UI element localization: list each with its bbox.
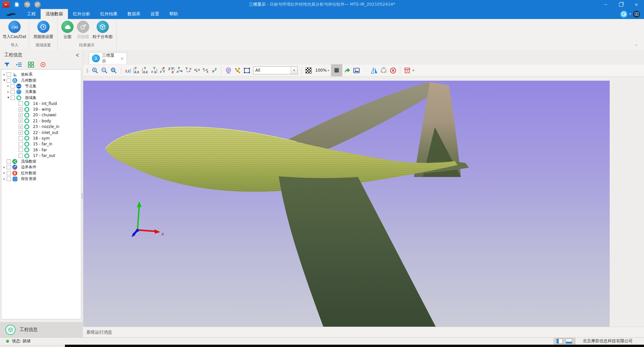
- minimize-button[interactable]: ─: [598, 0, 613, 9]
- tree-item-surface[interactable]: 18 - sym: [1, 135, 81, 141]
- ring-nodes-icon[interactable]: [379, 65, 388, 75]
- view-top-icon[interactable]: XzY: [158, 65, 167, 75]
- locate-target-icon[interactable]: [39, 61, 47, 68]
- expand-arrow-icon[interactable]: ▼: [2, 79, 7, 82]
- tab-close-icon[interactable]: ×: [120, 56, 124, 61]
- zoom-level-dropdown[interactable]: 100% ▾: [313, 68, 331, 73]
- expand-arrow-icon[interactable]: ▼: [6, 96, 11, 99]
- redo-icon[interactable]: [34, 1, 41, 8]
- expand-arrow-icon[interactable]: ▶: [2, 172, 7, 174]
- tree-item-surface[interactable]: ✓ 20 - chuiwei: [1, 112, 81, 118]
- archive-caret-icon[interactable]: ▾: [413, 69, 414, 72]
- app-launcher-icon[interactable]: [3, 1, 10, 8]
- checkbox[interactable]: [7, 171, 11, 175]
- checkbox[interactable]: [7, 78, 11, 83]
- tree-item-face-zone-set[interactable]: ▼ 面域集: [1, 95, 81, 101]
- toolbar-drag-handle[interactable]: ||: [86, 68, 88, 73]
- collapse-list-icon[interactable]: [15, 61, 23, 68]
- checkbox[interactable]: [19, 101, 23, 106]
- import-cas-dat-button[interactable]: cas 导入Cas/Dat: [2, 21, 27, 40]
- checkbox[interactable]: ✓: [19, 125, 23, 129]
- expand-arrow-icon[interactable]: ▶: [2, 73, 7, 76]
- checkbox[interactable]: [11, 96, 15, 100]
- toggle-bottom-panel-icon[interactable]: [566, 339, 572, 344]
- periodic-face-button[interactable]: 周期面设置: [32, 21, 54, 40]
- tree-item-boundary-conditions[interactable]: ▶ 边界条件: [1, 164, 81, 170]
- tree-item-surface[interactable]: ✓ 23 - nozzle_in: [1, 124, 81, 130]
- close-button[interactable]: ×: [629, 0, 644, 9]
- view-front-icon[interactable]: xz: [124, 65, 132, 75]
- particle-distribution-button[interactable]: 粒子分布图: [92, 21, 114, 40]
- view-right-icon[interactable]: Yzx: [150, 65, 158, 75]
- help-manual-button[interactable]: [633, 11, 640, 18]
- checkbox[interactable]: ✓: [19, 119, 23, 123]
- filter-icon[interactable]: [3, 61, 11, 68]
- tree-item-surface[interactable]: ✓ 19 - wing: [1, 106, 81, 112]
- checkbox[interactable]: [19, 148, 23, 152]
- grid-blocks-icon[interactable]: [27, 61, 35, 68]
- zoom-fit-button[interactable]: [109, 65, 119, 75]
- panel-collapse-button[interactable]: <: [76, 52, 79, 58]
- checkbox[interactable]: [19, 136, 23, 140]
- probe-camera-icon[interactable]: [224, 65, 233, 75]
- select-box-icon[interactable]: [242, 65, 252, 75]
- undo-icon[interactable]: [24, 1, 30, 8]
- tree-item-surface[interactable]: 14 - int_fluid: [1, 101, 81, 106]
- rotate-z-icon[interactable]: zx: [193, 65, 201, 75]
- tree-item-coordinate-system[interactable]: ▶ 坐标系: [1, 72, 81, 77]
- tree-item-surface[interactable]: 15 - far_in: [1, 141, 81, 147]
- snapshot-image-icon[interactable]: [352, 65, 361, 75]
- tree-item-surface[interactable]: ✓ 22 - inlet_out: [1, 130, 81, 135]
- expand-arrow-icon[interactable]: ▶: [6, 91, 11, 93]
- toggle-left-panel-icon[interactable]: [556, 339, 563, 344]
- zoom-out-button[interactable]: [100, 65, 109, 75]
- checkbox[interactable]: [19, 154, 23, 158]
- display-filter-combobox[interactable]: All ▾: [253, 66, 298, 74]
- checkbox[interactable]: [19, 142, 23, 146]
- menu-item-database[interactable]: 数据库: [123, 9, 146, 19]
- checkbox[interactable]: [11, 84, 15, 88]
- checkbox[interactable]: [7, 165, 11, 169]
- menu-item-ir-analysis[interactable]: 红外分析: [68, 9, 95, 19]
- checkbox[interactable]: [7, 72, 11, 77]
- checkbox[interactable]: ✓: [19, 130, 23, 135]
- tree-item-flowfield-data[interactable]: 流场数据: [1, 159, 81, 164]
- contour-cloud-button[interactable]: 云图: [60, 21, 75, 40]
- mirror-flip-icon[interactable]: [370, 65, 379, 75]
- expand-arrow-icon[interactable]: ▶: [2, 178, 7, 180]
- expand-arrow-icon[interactable]: ▶: [2, 166, 7, 169]
- tree-item-report-resources[interactable]: ▶ 报告资源: [1, 176, 81, 182]
- tree-item-surface[interactable]: 16 - far: [1, 147, 81, 153]
- menu-item-ir-results[interactable]: 红外结果: [95, 9, 123, 19]
- view-bottom-icon[interactable]: ZYX: [167, 65, 175, 75]
- viewport-canvas[interactable]: x: [83, 81, 610, 328]
- menu-item-help[interactable]: 帮助: [164, 9, 183, 19]
- tree-item-node-set[interactable]: ▶ 节点集: [1, 83, 81, 89]
- menu-item-engineering[interactable]: 工程: [22, 9, 41, 19]
- tab-3d-display[interactable]: 三维显示 ×: [89, 52, 127, 64]
- menu-item-settings[interactable]: 设置: [146, 9, 164, 19]
- tree-item-geometry-data[interactable]: ▼ 几何数据: [1, 77, 81, 83]
- caret-down-icon[interactable]: ▾: [629, 12, 631, 16]
- tree-item-surface[interactable]: ✓ 21 - body: [1, 118, 81, 124]
- rotate-free-icon[interactable]: zx: [201, 65, 210, 75]
- archive-box-icon[interactable]: [403, 65, 412, 75]
- new-document-icon[interactable]: [14, 1, 20, 8]
- mesh-grid-toggle-button[interactable]: [331, 64, 342, 76]
- tree-item-surface[interactable]: 17 - far_out: [1, 153, 81, 158]
- checkbox[interactable]: [11, 90, 15, 94]
- checkerboard-icon[interactable]: [304, 65, 313, 75]
- delete-cross-icon[interactable]: [388, 65, 398, 75]
- share-arrow-icon[interactable]: [342, 65, 352, 75]
- rotate-y-icon[interactable]: Yx: [184, 65, 193, 75]
- tree-item-element-set[interactable]: ▶ 元素集: [1, 89, 81, 95]
- combobox-caret-icon[interactable]: ▾: [291, 67, 297, 74]
- view-back-icon[interactable]: Yzx: [132, 65, 141, 75]
- menu-item-flowfield-data[interactable]: 流场数据: [41, 9, 68, 19]
- zoom-in-button[interactable]: [91, 65, 100, 75]
- checkbox[interactable]: [7, 159, 11, 164]
- style-picker-button[interactable]: [620, 11, 627, 18]
- view-isometric-icon[interactable]: yy: [210, 65, 219, 75]
- tree-item-ir-data[interactable]: ▶ 红外数据: [1, 170, 81, 176]
- ribbon-collapse-button[interactable]: ⌃: [635, 44, 644, 50]
